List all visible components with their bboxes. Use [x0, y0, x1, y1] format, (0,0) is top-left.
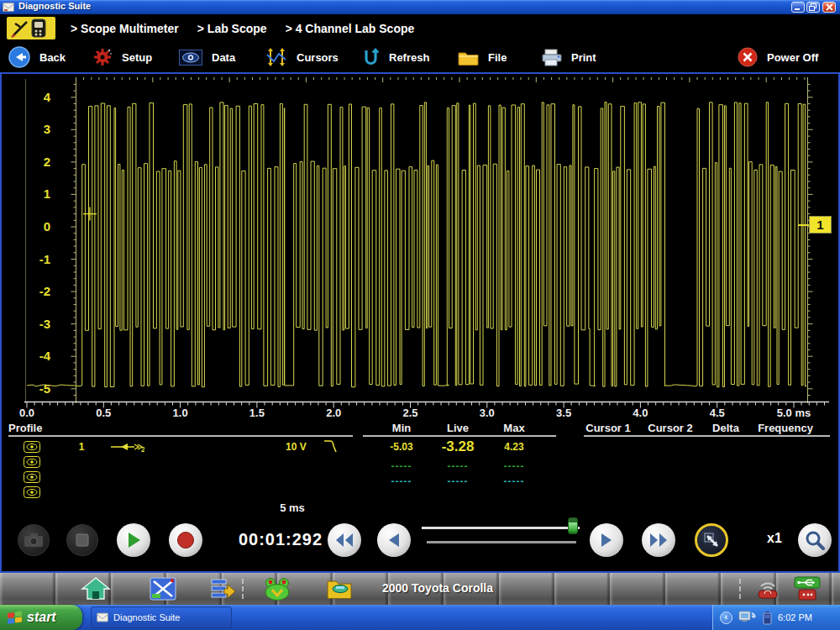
double-right-arrow-icon	[649, 533, 668, 548]
window-titlebar: Diagnostic Suite	[0, 0, 840, 14]
breadcrumb: > Scope Multimeter > Lab Scope > 4 Chann…	[71, 14, 414, 42]
taskbar-task-diagnostic-suite[interactable]: Diagnostic Suite	[91, 606, 232, 628]
record-button[interactable]	[169, 523, 202, 557]
svg-text:-3: -3	[39, 317, 50, 331]
zoom-button[interactable]	[798, 523, 832, 557]
rewind-button[interactable]	[328, 523, 361, 557]
col-header-min: Min	[392, 422, 411, 434]
stop-icon	[76, 533, 89, 547]
breadcrumb-lab-scope[interactable]: > Lab Scope	[197, 22, 267, 35]
ch1-max-value: 4.23	[504, 441, 523, 453]
double-left-arrow-icon	[335, 533, 354, 548]
step-back-button[interactable]	[377, 523, 411, 557]
refresh-icon	[361, 47, 380, 67]
svg-text:5.0 ms: 5.0 ms	[777, 407, 811, 419]
eye-icon	[24, 471, 40, 483]
breadcrumb-4-channel-lab-scope[interactable]: > 4 Channel Lab Scope	[286, 22, 415, 35]
svg-text:4.0: 4.0	[633, 407, 648, 419]
channel-1-marker-label: 1	[809, 216, 832, 234]
usb-status-icon[interactable]	[793, 576, 822, 605]
cursors-button[interactable]: Cursors	[265, 42, 339, 72]
position-slider-thumb[interactable]	[568, 517, 578, 534]
channel-2-visibility-toggle[interactable]	[24, 456, 40, 471]
svg-text:0.0: 0.0	[19, 407, 34, 419]
scanner-module-icon	[262, 576, 292, 601]
scope-content-area: 43210-1-2-3-4-50.00.51.01.52.02.53.03.54…	[0, 74, 840, 573]
ch3-max-value: -----	[504, 475, 525, 487]
restore-button[interactable]	[806, 2, 820, 13]
back-button[interactable]: Back	[8, 42, 66, 72]
setup-label: Setup	[122, 51, 152, 64]
svg-text:1.0: 1.0	[173, 407, 188, 419]
data-eye-icon	[179, 50, 202, 66]
cursors-label: Cursors	[297, 51, 339, 64]
zoom-level-label: x1	[767, 531, 782, 546]
windows-taskbar: start Diagnostic Suite ‹ 6:02 PM	[0, 605, 840, 630]
home-button[interactable]	[80, 576, 112, 605]
scope-plot: 43210-1-2-3-4-50.00.51.01.52.02.53.03.54…	[2, 74, 838, 422]
position-slider-track[interactable]	[422, 527, 580, 529]
fast-forward-button[interactable]	[642, 523, 675, 557]
data-manager-button[interactable]	[210, 577, 237, 604]
svg-text:1: 1	[44, 186, 50, 201]
minimize-button[interactable]	[791, 2, 805, 13]
channel-1-marker[interactable]: 1	[798, 215, 833, 235]
file-button[interactable]: File	[458, 42, 507, 72]
wireless-status-icon[interactable]	[754, 577, 781, 604]
network-tray-icon[interactable]	[738, 610, 757, 625]
measurements-underline	[363, 435, 556, 437]
magnifier-icon	[805, 530, 825, 550]
power-off-button[interactable]: Power Off	[738, 42, 818, 72]
elapsed-time-display: 00:01:292	[239, 530, 323, 549]
scanner-module-button[interactable]	[262, 576, 292, 605]
back-label: Back	[39, 51, 66, 64]
app-icon	[3, 2, 14, 13]
hide-icons-chevron[interactable]: ‹	[720, 612, 732, 624]
ch2-min-value: -----	[391, 460, 412, 472]
eye-icon	[24, 441, 40, 453]
step-forward-button[interactable]	[590, 523, 623, 557]
channel-number: 1	[79, 441, 85, 453]
power-off-label: Power Off	[767, 51, 818, 64]
close-icon	[826, 3, 833, 11]
start-button[interactable]: start	[0, 605, 82, 630]
svg-text:2.5: 2.5	[402, 407, 417, 419]
profile-title: Profile	[8, 422, 42, 434]
bar-divider-right	[739, 579, 741, 599]
setup-button[interactable]: Setup	[92, 42, 152, 72]
channel-3-visibility-toggle[interactable]	[24, 471, 40, 486]
left-arrow-icon	[387, 533, 401, 548]
trigger-slope-falling-icon[interactable]	[323, 439, 339, 457]
battery-tray-icon[interactable]	[763, 611, 772, 625]
restore-icon	[809, 3, 817, 11]
vehicle-records-button[interactable]	[326, 578, 353, 603]
svg-text:-1: -1	[39, 252, 50, 266]
message-window-icon	[150, 577, 176, 601]
clock: 6:02 PM	[778, 612, 812, 622]
file-label: File	[488, 51, 507, 64]
refresh-button[interactable]: Refresh	[361, 42, 429, 72]
scanner-logo-icon[interactable]	[7, 17, 55, 39]
channel-4-visibility-toggle[interactable]	[24, 486, 40, 501]
active-vehicle-label[interactable]: 2000 Toyota Corolla	[382, 581, 493, 595]
col-header-cursor2: Cursor 2	[648, 422, 692, 434]
play-button[interactable]	[117, 523, 150, 557]
breadcrumb-scope-multimeter[interactable]: > Scope Multimeter	[71, 22, 179, 35]
channel-1-visibility-toggle[interactable]	[24, 441, 40, 456]
svg-text:4: 4	[44, 90, 51, 104]
messages-button[interactable]	[150, 577, 176, 604]
print-button[interactable]: Print	[542, 42, 596, 72]
vehicle-folder-icon	[326, 578, 353, 600]
camera-icon	[24, 533, 44, 548]
snapshot-button[interactable]	[18, 524, 50, 556]
svg-text:3.0: 3.0	[480, 407, 495, 419]
data-button[interactable]: Data	[179, 42, 235, 72]
svg-text:-4: -4	[39, 349, 51, 363]
back-icon	[8, 46, 30, 68]
stop-button[interactable]	[66, 524, 98, 556]
svg-text:3.5: 3.5	[556, 407, 571, 419]
close-button[interactable]	[822, 2, 836, 13]
expand-view-button[interactable]	[695, 523, 728, 557]
svg-text:-5: -5	[39, 381, 50, 396]
svg-text:4.5: 4.5	[710, 407, 725, 419]
